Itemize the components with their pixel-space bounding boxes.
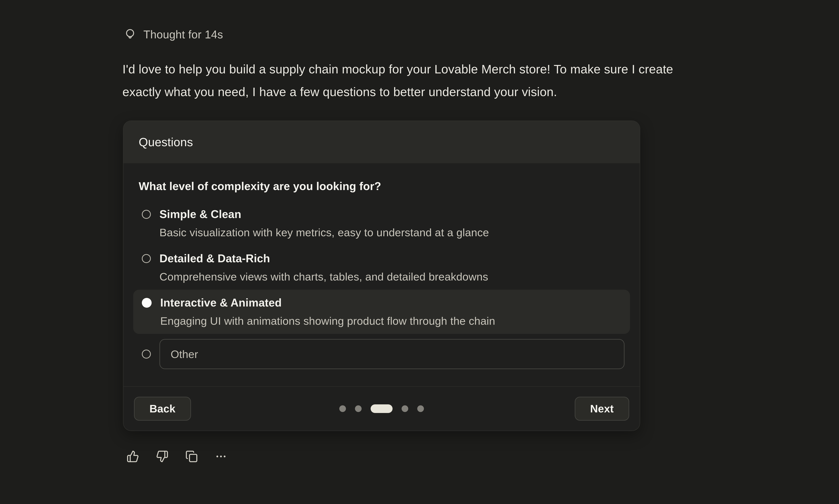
option-interactive-animated[interactable]: Interactive & Animated Engaging UI with … [133, 290, 630, 334]
radio-unchecked-icon[interactable] [142, 349, 151, 359]
questions-card: Questions What level of complexity are y… [123, 121, 640, 431]
card-title: Questions [123, 121, 640, 163]
option-other[interactable] [133, 339, 630, 369]
message-line: I'd love to help you build a supply chai… [122, 58, 673, 80]
option-simple-clean[interactable]: Simple & Clean Basic visualization with … [133, 201, 630, 246]
message-line: exactly what you need, I have a few ques… [122, 80, 673, 103]
thumbs-up-icon[interactable] [126, 450, 139, 463]
thought-label: Thought for 14s [143, 28, 223, 41]
options-list: Simple & Clean Basic visualization with … [139, 201, 625, 369]
question-text: What level of complexity are you looking… [139, 180, 625, 193]
option-description: Engaging UI with animations showing prod… [160, 314, 495, 328]
pagination-dot[interactable] [402, 406, 408, 412]
chat-response: Thought for 14s I'd love to help you bui… [0, 0, 839, 504]
option-description: Basic visualization with key metrics, ea… [159, 226, 489, 239]
more-options-icon[interactable] [215, 450, 227, 463]
copy-icon[interactable] [185, 450, 198, 463]
option-title: Interactive & Animated [160, 295, 495, 310]
pagination [339, 404, 424, 413]
radio-checked-icon[interactable] [142, 298, 152, 308]
card-body: What level of complexity are you looking… [123, 163, 640, 386]
pagination-dot-active[interactable] [371, 404, 392, 413]
lightbulb-icon [123, 28, 137, 41]
pagination-dot[interactable] [417, 406, 424, 412]
card-footer: Back Next [123, 386, 640, 431]
other-input[interactable] [159, 339, 625, 369]
message-actions [126, 450, 227, 463]
thumbs-down-icon[interactable] [156, 450, 169, 463]
assistant-message: I'd love to help you build a supply chai… [122, 58, 673, 103]
option-detailed-data-rich[interactable]: Detailed & Data-Rich Comprehensive views… [133, 246, 630, 290]
pagination-dot[interactable] [339, 406, 346, 412]
back-button[interactable]: Back [134, 397, 191, 420]
option-description: Comprehensive views with charts, tables,… [159, 270, 488, 284]
pagination-dot[interactable] [355, 406, 362, 412]
next-button[interactable]: Next [575, 397, 629, 420]
option-title: Simple & Clean [159, 207, 489, 221]
option-title: Detailed & Data-Rich [159, 251, 488, 265]
radio-unchecked-icon[interactable] [142, 210, 151, 219]
thought-toggle[interactable]: Thought for 14s [123, 28, 223, 41]
radio-unchecked-icon[interactable] [142, 254, 151, 263]
